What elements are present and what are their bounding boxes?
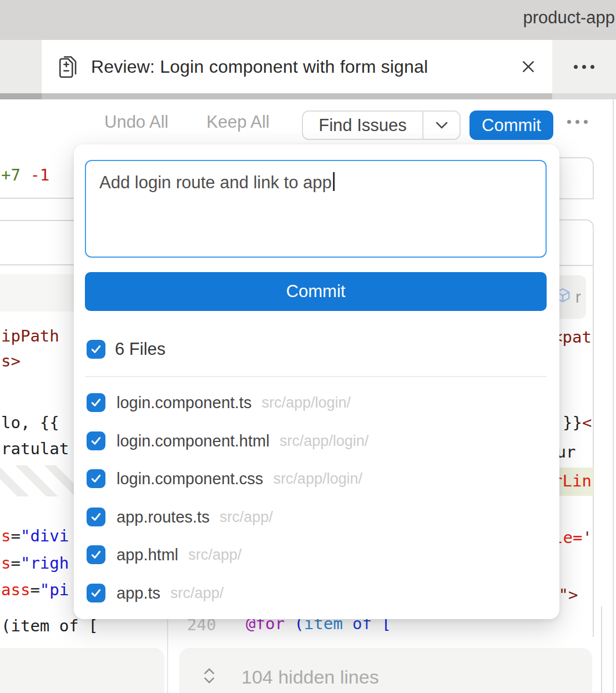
commit-button[interactable]: Commit xyxy=(85,272,547,311)
tab-bar: Review: Login component with form signal xyxy=(0,40,616,93)
tab-scrollbar-thumb[interactable] xyxy=(42,93,552,99)
tab-scrollbar-left xyxy=(0,93,42,99)
file-checkbox[interactable] xyxy=(87,545,105,564)
file-name: login.component.css xyxy=(117,470,263,488)
project-title: product-app xyxy=(523,0,616,40)
hidden-lines-box-left[interactable] xyxy=(0,648,164,693)
diff-stats: +7 -1 xyxy=(1,165,49,184)
code-fragment: ass="pi xyxy=(1,580,69,599)
file-name: login.component.ts xyxy=(117,394,251,412)
file-row[interactable]: app.routes.ts src/app/ xyxy=(87,506,273,528)
code-fragment: lo, {{ xyxy=(1,413,59,432)
file-path: src/app/ xyxy=(188,546,241,564)
close-icon[interactable] xyxy=(520,58,537,75)
file-name: app.html xyxy=(117,546,178,564)
file-name: app.ts xyxy=(117,584,160,602)
tab-review[interactable]: Review: Login component with form signal xyxy=(42,40,552,93)
hidden-lines-label: 104 hidden lines xyxy=(241,666,379,688)
code-fragment: s> xyxy=(1,351,21,370)
code-fragment: (item of [ xyxy=(1,616,98,635)
select-all-row[interactable]: 6 Files xyxy=(87,338,165,360)
file-checkbox[interactable] xyxy=(87,508,105,526)
commit-toolbar-button[interactable]: Commit xyxy=(469,111,553,140)
chevron-down-icon[interactable] xyxy=(423,121,460,129)
code-fragment: ipPath xyxy=(1,327,59,345)
file-path: src/app/ xyxy=(220,509,273,526)
commit-message-text: Add login route and link to app xyxy=(99,173,332,192)
file-path: src/app/login/ xyxy=(280,433,369,450)
code-fragment: ratulat xyxy=(1,439,69,458)
pane-divider xyxy=(601,606,602,693)
diff-file-icon xyxy=(57,55,77,78)
file-checkbox[interactable] xyxy=(87,431,105,450)
file-path: src/app/login/ xyxy=(273,470,362,488)
tabbar-left-spacer xyxy=(0,40,42,93)
file-path: src/app/login/ xyxy=(261,394,351,411)
code-fragment: s="righ xyxy=(1,554,69,573)
text-caret xyxy=(333,172,335,191)
keep-all-button[interactable]: Keep All xyxy=(206,99,270,144)
file-row[interactable]: app.html src/app/ xyxy=(87,544,241,566)
hidden-lines-expander[interactable]: 104 hidden lines xyxy=(179,648,592,693)
tab-overflow-icon[interactable] xyxy=(574,65,594,69)
review-toolbar: Undo All Keep All Find Issues Commit xyxy=(0,99,616,144)
file-checkbox[interactable] xyxy=(87,393,105,412)
file-name: login.component.html xyxy=(117,432,270,450)
file-checkbox[interactable] xyxy=(87,469,105,488)
divider xyxy=(0,198,74,199)
divider xyxy=(0,264,74,265)
collapsed-lines-band xyxy=(0,274,74,312)
file-row[interactable]: login.component.ts src/app/login/ xyxy=(87,391,351,414)
package-button-label: r xyxy=(575,288,581,307)
commit-panel: Add login route and link to app Commit 6… xyxy=(74,144,559,619)
file-row[interactable]: login.component.css src/app/login/ xyxy=(87,468,362,490)
find-issues-button[interactable]: Find Issues xyxy=(302,111,461,140)
deleted-region-hatch xyxy=(0,465,74,496)
tabbar-overflow-area xyxy=(552,40,616,93)
expand-chevrons-icon xyxy=(203,666,216,687)
file-row[interactable]: app.ts src/app/ xyxy=(87,582,224,604)
tab-title: Review: Login component with form signal xyxy=(91,57,428,77)
undo-all-button[interactable]: Undo All xyxy=(104,99,168,144)
code-fragment: s="divi xyxy=(1,526,69,545)
code-fragment: }}< xyxy=(563,413,592,432)
file-checkbox[interactable] xyxy=(87,584,105,602)
window-edge-divider xyxy=(613,99,614,693)
select-all-checkbox[interactable] xyxy=(87,340,105,359)
titlebar: product-app xyxy=(0,0,616,40)
pane-divider xyxy=(167,606,168,693)
find-issues-label: Find Issues xyxy=(303,116,422,135)
app-window: product-app Review: Login component with… xyxy=(0,0,616,693)
panel-divider xyxy=(85,376,547,377)
file-path: src/app/ xyxy=(170,585,224,602)
file-name: app.routes.ts xyxy=(117,508,210,526)
file-row[interactable]: login.component.html src/app/login/ xyxy=(87,430,368,452)
files-summary-label: 6 Files xyxy=(115,339,165,359)
divider xyxy=(0,220,74,221)
toolbar-overflow-icon[interactable] xyxy=(567,99,588,144)
tab-scrollbar-track xyxy=(552,93,616,99)
commit-message-input[interactable]: Add login route and link to app xyxy=(85,160,547,258)
